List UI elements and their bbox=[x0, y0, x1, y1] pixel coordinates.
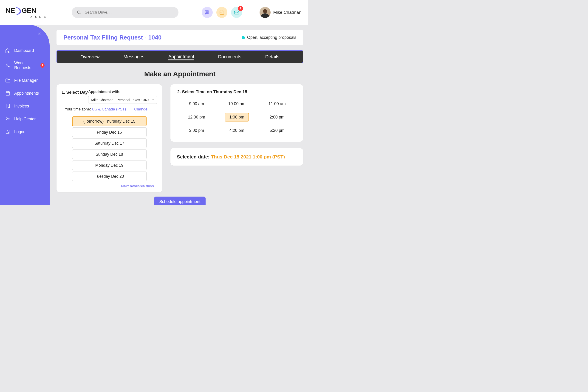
sidebar: Dashboard Work Requests 2 File Manager A… bbox=[0, 25, 50, 205]
section-heading: Make an Appointment bbox=[56, 70, 303, 78]
svg-point-0 bbox=[78, 11, 80, 14]
mail-button[interactable]: 2 bbox=[231, 7, 242, 18]
sidebar-item-help-center[interactable]: Help Center bbox=[0, 112, 50, 126]
main-content: Personal Tax Filing Request - 1040 Open,… bbox=[50, 25, 308, 205]
step-one-label: 1. Select Day bbox=[62, 90, 88, 95]
svg-rect-4 bbox=[234, 11, 239, 14]
time-option[interactable]: 12:00 pm bbox=[184, 113, 209, 122]
time-option[interactable]: 9:00 am bbox=[184, 100, 209, 108]
mail-badge: 2 bbox=[238, 6, 243, 11]
svg-point-12 bbox=[7, 117, 8, 118]
appointment-with-select[interactable]: Mike Chatman - Personal Taxes 1040 bbox=[88, 96, 157, 104]
close-icon bbox=[37, 32, 41, 36]
calendar-icon bbox=[5, 90, 10, 96]
sidebar-item-label: File Manager bbox=[14, 78, 38, 83]
calendar-icon bbox=[219, 10, 225, 16]
status-badge: Open, accepting proposals bbox=[242, 35, 296, 40]
day-option[interactable]: Saturday Dec 17 bbox=[72, 138, 146, 148]
select-day-card: 1. Select Day Appointment with: Mike Cha… bbox=[56, 84, 162, 192]
time-option[interactable]: 3:00 pm bbox=[184, 126, 209, 135]
home-icon bbox=[5, 48, 10, 53]
sidebar-item-file-manager[interactable]: File Manager bbox=[0, 74, 50, 87]
sidebar-item-label: Invoices bbox=[14, 104, 29, 108]
time-option[interactable]: 4:20 pm bbox=[225, 126, 249, 135]
time-option[interactable]: 5:20 pm bbox=[265, 126, 289, 135]
timezone-change-link[interactable]: Change bbox=[134, 107, 148, 112]
tab-documents[interactable]: Documents bbox=[218, 53, 241, 60]
selected-date-card: Selected date: Thus Dec 15 2021 1:00 pm … bbox=[170, 148, 303, 166]
user-menu[interactable]: Mike Chatman bbox=[260, 7, 302, 18]
time-option[interactable]: 2:00 pm bbox=[265, 113, 289, 122]
day-option[interactable]: Tuesday Dec 20 bbox=[72, 172, 146, 181]
tab-overview[interactable]: Overview bbox=[80, 53, 100, 60]
time-option[interactable]: 1:00 pm bbox=[225, 113, 249, 122]
time-grid: 9:00 am 10:00 am 11:00 am 12:00 pm 1:00 … bbox=[177, 100, 296, 135]
day-option[interactable]: Sunday Dec 18 bbox=[72, 150, 146, 159]
tab-messages[interactable]: Messages bbox=[124, 53, 144, 60]
day-list: (Tomorrow) Thursday Dec 15 Friday Dec 16… bbox=[62, 116, 157, 181]
status-dot-icon bbox=[242, 36, 245, 39]
schedule-appointment-button[interactable]: Schedule appointment bbox=[154, 196, 205, 205]
sidebar-badge: 2 bbox=[40, 63, 44, 68]
tab-details[interactable]: Details bbox=[265, 53, 279, 60]
svg-point-8 bbox=[9, 66, 10, 67]
invoice-icon bbox=[5, 103, 10, 109]
step-two-label: 2. Select Time on Thursday Dec 15 bbox=[177, 89, 296, 94]
time-option[interactable]: 11:00 am bbox=[265, 100, 289, 108]
svg-line-1 bbox=[80, 13, 81, 14]
svg-point-7 bbox=[6, 64, 8, 66]
calendar-button[interactable] bbox=[216, 7, 228, 18]
svg-rect-3 bbox=[220, 12, 221, 13]
day-option[interactable]: Friday Dec 16 bbox=[72, 128, 146, 137]
sidebar-item-appointments[interactable]: Appointments bbox=[0, 87, 50, 100]
next-available-days-link[interactable]: Next available days bbox=[62, 184, 154, 188]
brand-swoosh-icon bbox=[14, 6, 22, 16]
selected-date-value: Thus Dec 15 2021 1:00 pm (PST) bbox=[211, 154, 285, 159]
time-option[interactable]: 10:00 am bbox=[225, 100, 249, 108]
sidebar-item-label: Help Center bbox=[14, 117, 36, 122]
timezone-prefix: Your time zone: bbox=[65, 107, 91, 112]
select-time-card: 2. Select Time on Thursday Dec 15 9:00 a… bbox=[170, 84, 303, 142]
search-icon bbox=[77, 10, 81, 15]
sidebar-item-invoices[interactable]: Invoices bbox=[0, 100, 50, 112]
user-name: Mike Chatman bbox=[273, 10, 302, 15]
page-title: Personal Tax Filing Request - 1040 bbox=[64, 34, 162, 41]
timezone-value: US & Canada (PST) bbox=[92, 107, 126, 112]
appointment-cards-row: 1. Select Day Appointment with: Mike Cha… bbox=[56, 84, 303, 192]
sidebar-item-label: Dashboard bbox=[14, 48, 34, 53]
appointment-with-value: Mike Chatman - Personal Taxes 1040 bbox=[91, 98, 148, 102]
sidebar-item-label: Appointments bbox=[14, 91, 39, 96]
tab-appointment[interactable]: Appointment bbox=[168, 53, 194, 60]
svg-point-11 bbox=[8, 107, 10, 108]
sidebar-item-label: Work Requests bbox=[14, 61, 38, 70]
search-input[interactable] bbox=[85, 10, 174, 15]
folder-icon bbox=[5, 78, 10, 83]
logout-icon bbox=[5, 129, 10, 134]
day-option[interactable]: (Tomorrow) Thursday Dec 15 bbox=[72, 116, 146, 126]
topbar-actions: 2 Mike Chatman bbox=[202, 7, 302, 18]
brand-text-a: NE bbox=[6, 7, 15, 14]
sidebar-item-work-requests[interactable]: Work Requests 2 bbox=[0, 57, 50, 74]
sidebar-item-logout[interactable]: Logout bbox=[0, 126, 50, 138]
brand-logo[interactable]: NEGEN T A X E S bbox=[6, 6, 46, 18]
sidebar-item-label: Logout bbox=[14, 130, 27, 134]
nav-list: Dashboard Work Requests 2 File Manager A… bbox=[0, 44, 50, 138]
search-bar[interactable] bbox=[72, 7, 178, 18]
appointment-with-label: Appointment with: bbox=[88, 90, 157, 94]
brand-text-b: GEN bbox=[22, 7, 36, 14]
chevron-down-icon bbox=[151, 98, 154, 102]
sidebar-item-dashboard[interactable]: Dashboard bbox=[0, 44, 50, 57]
svg-rect-2 bbox=[220, 11, 224, 14]
svg-rect-9 bbox=[6, 92, 10, 95]
users-icon bbox=[5, 63, 10, 68]
brand-subtext: T A X E S bbox=[26, 16, 46, 18]
topbar: NEGEN T A X E S 2 Mike Chatman bbox=[0, 0, 308, 25]
day-option[interactable]: Monday Dec 19 bbox=[72, 160, 146, 170]
tabs-bar: Overview Messages Appointment Documents … bbox=[56, 50, 303, 63]
help-icon bbox=[5, 116, 10, 122]
chat-button[interactable] bbox=[202, 7, 213, 18]
status-text: Open, accepting proposals bbox=[247, 35, 296, 40]
chat-icon bbox=[204, 10, 210, 16]
sidebar-close-button[interactable] bbox=[37, 31, 41, 36]
avatar bbox=[260, 7, 270, 18]
